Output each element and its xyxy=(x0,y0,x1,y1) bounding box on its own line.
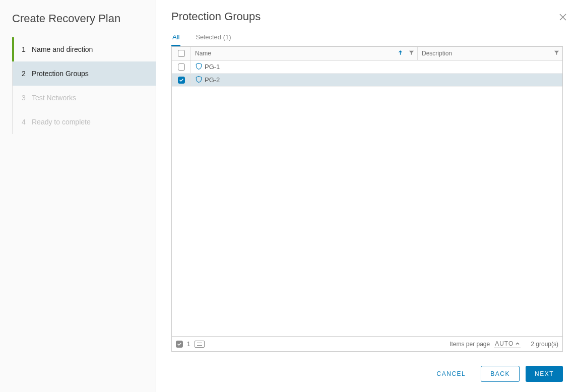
row-name: PG-2 xyxy=(205,76,220,84)
items-per-page-select[interactable]: AUTO xyxy=(494,340,521,348)
row-name: PG-1 xyxy=(205,63,220,71)
wizard-title: Create Recovery Plan xyxy=(0,12,156,37)
grid-header: Name Description xyxy=(172,47,562,60)
items-per-page-label: Items per page xyxy=(449,341,490,348)
step-number: 2 xyxy=(22,70,32,78)
chevron-up-icon xyxy=(516,340,520,347)
column-header-name[interactable]: Name xyxy=(191,47,418,60)
shield-icon xyxy=(195,76,203,85)
grid-body: PG-1 PG-2 xyxy=(172,60,562,336)
select-all-checkbox[interactable] xyxy=(178,50,185,57)
wizard-step-ready-complete: 4 Ready to complete xyxy=(13,110,156,134)
filter-icon[interactable] xyxy=(409,50,414,57)
step-label: Test Networks xyxy=(32,94,76,102)
selected-count: 1 xyxy=(187,341,190,348)
select-all-cell[interactable] xyxy=(172,47,191,60)
shield-icon xyxy=(195,62,203,72)
tabs: All Selected (1) xyxy=(171,32,563,46)
row-checkbox[interactable] xyxy=(178,77,185,84)
protection-groups-grid: Name Description xyxy=(171,46,563,352)
tab-all[interactable]: All xyxy=(171,32,180,46)
step-label: Protection Groups xyxy=(32,70,89,78)
grid-footer: 1 Items per page AUTO 2 group(s) xyxy=(172,336,562,351)
wizard-sidebar: Create Recovery Plan 1 Name and directio… xyxy=(0,0,156,392)
wizard-buttons: CANCEL BACK NEXT xyxy=(171,352,563,382)
step-number: 4 xyxy=(22,118,32,126)
total-count: 2 group(s) xyxy=(531,341,558,348)
column-header-description[interactable]: Description xyxy=(418,47,562,60)
table-row[interactable]: PG-2 xyxy=(172,74,562,87)
wizard-steps: 1 Name and direction 2 Protection Groups… xyxy=(12,37,156,134)
column-label: Name xyxy=(195,50,211,57)
step-number: 1 xyxy=(22,45,32,53)
next-button[interactable]: NEXT xyxy=(526,366,563,382)
cancel-button[interactable]: CANCEL xyxy=(428,366,475,382)
row-checkbox[interactable] xyxy=(178,63,185,71)
wizard-step-test-networks: 3 Test Networks xyxy=(13,86,156,110)
close-button[interactable] xyxy=(559,13,567,23)
sort-asc-icon[interactable] xyxy=(398,50,403,57)
close-icon xyxy=(559,15,567,23)
wizard-step-protection-groups[interactable]: 2 Protection Groups xyxy=(13,61,156,86)
panel-title: Protection Groups xyxy=(171,10,563,23)
items-per-page-value: AUTO xyxy=(495,340,513,347)
tab-selected[interactable]: Selected (1) xyxy=(195,32,232,46)
wizard-panel: Protection Groups All Selected (1) Name xyxy=(156,0,578,392)
back-button[interactable]: BACK xyxy=(481,366,520,382)
filter-icon[interactable] xyxy=(554,50,559,57)
column-picker-button[interactable] xyxy=(195,341,205,348)
table-row[interactable]: PG-1 xyxy=(172,60,562,74)
column-label: Description xyxy=(422,50,452,57)
selected-indicator-checkbox[interactable] xyxy=(176,341,183,348)
step-number: 3 xyxy=(22,94,32,102)
step-label: Ready to complete xyxy=(32,118,91,126)
step-label: Name and direction xyxy=(32,45,93,53)
wizard-step-name-direction[interactable]: 1 Name and direction xyxy=(13,37,156,61)
